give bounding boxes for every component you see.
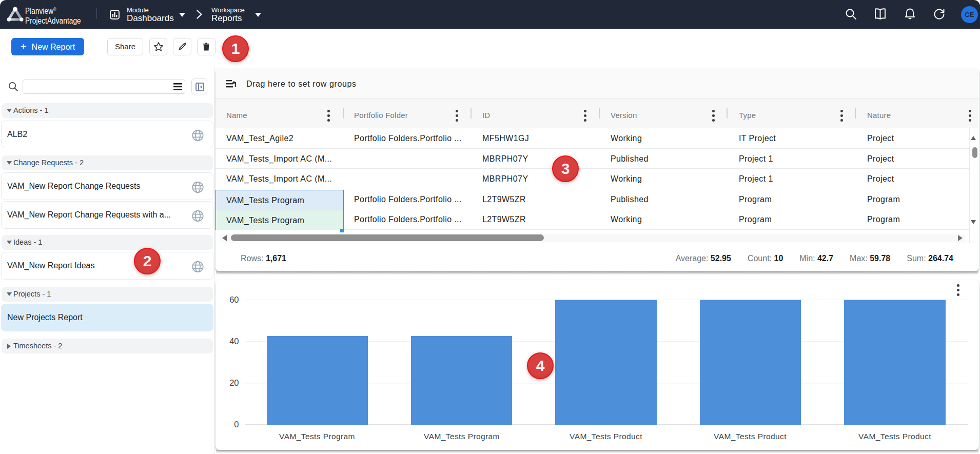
svg-text:VAM_Tests Product: VAM_Tests Product xyxy=(858,432,931,441)
svg-text:VAM_Tests Program: VAM_Tests Program xyxy=(279,432,355,441)
svg-text:0: 0 xyxy=(234,420,239,429)
svg-text:VAM_Tests Product: VAM_Tests Product xyxy=(714,432,787,441)
svg-text:VAM_Tests Program: VAM_Tests Program xyxy=(424,432,500,441)
svg-text:20: 20 xyxy=(229,378,239,387)
svg-text:VAM_Tests Product: VAM_Tests Product xyxy=(570,432,642,441)
svg-text:40: 40 xyxy=(229,337,239,346)
svg-text:60: 60 xyxy=(229,295,239,304)
